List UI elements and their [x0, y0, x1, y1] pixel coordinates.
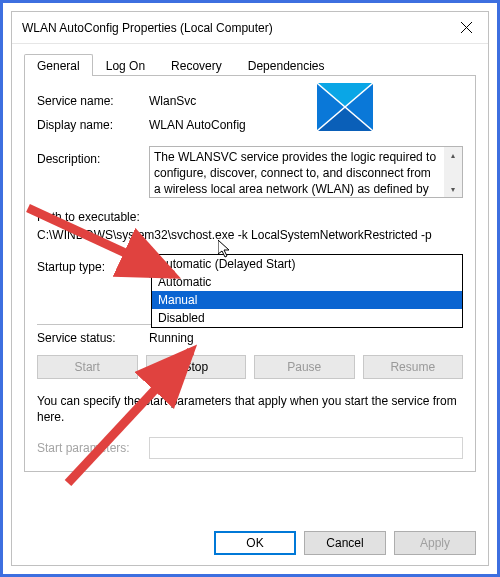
tab-recovery[interactable]: Recovery	[158, 54, 235, 76]
label-path: Path to executable:	[37, 210, 463, 224]
option-disabled[interactable]: Disabled	[152, 309, 462, 327]
brand-logo	[317, 83, 373, 131]
window-title: WLAN AutoConfig Properties (Local Comput…	[12, 21, 444, 35]
description-box: The WLANSVC service provides the logic r…	[149, 146, 463, 198]
tab-dependencies[interactable]: Dependencies	[235, 54, 338, 76]
app-frame: WLAN AutoConfig Properties (Local Comput…	[0, 0, 500, 577]
dialog-button-bar: OK Cancel Apply	[12, 521, 488, 565]
start-button: Start	[37, 355, 138, 379]
value-service-name: WlanSvc	[149, 94, 463, 108]
close-button[interactable]	[444, 12, 488, 44]
windows-club-icon	[317, 83, 373, 131]
value-display-name: WLAN AutoConfig	[149, 118, 463, 132]
close-icon	[461, 22, 472, 33]
tab-body-general: Service name: WlanSvc Display name: WLAN…	[24, 76, 476, 472]
tab-logon[interactable]: Log On	[93, 54, 158, 76]
label-description: Description:	[37, 146, 149, 166]
label-start-params: Start parameters:	[37, 441, 149, 455]
tab-strip: General Log On Recovery Dependencies	[24, 52, 476, 76]
startup-dropdown-list[interactable]: Automatic (Delayed Start) Automatic Manu…	[151, 254, 463, 328]
cancel-button[interactable]: Cancel	[304, 531, 386, 555]
note-text: You can specify the start parameters tha…	[37, 393, 463, 425]
scroll-up-icon[interactable]: ▴	[444, 147, 462, 163]
label-service-status: Service status:	[37, 331, 149, 345]
option-automatic[interactable]: Automatic	[152, 273, 462, 291]
service-control-row: Start Stop Pause Resume	[37, 355, 463, 379]
apply-button: Apply	[394, 531, 476, 555]
description-text: The WLANSVC service provides the logic r…	[150, 147, 444, 197]
scroll-down-icon[interactable]: ▾	[444, 181, 462, 197]
resume-button: Resume	[363, 355, 464, 379]
label-service-name: Service name:	[37, 94, 149, 108]
label-display-name: Display name:	[37, 118, 149, 132]
option-delayed-start[interactable]: Automatic (Delayed Start)	[152, 255, 462, 273]
label-startup-type: Startup type:	[37, 260, 149, 274]
titlebar: WLAN AutoConfig Properties (Local Comput…	[12, 12, 488, 44]
tab-general[interactable]: General	[24, 54, 93, 76]
content-area: General Log On Recovery Dependencies	[12, 44, 488, 521]
value-service-status: Running	[149, 331, 463, 345]
start-params-input	[149, 437, 463, 459]
description-scrollbar[interactable]: ▴ ▾	[444, 147, 462, 197]
option-manual[interactable]: Manual	[152, 291, 462, 309]
stop-button[interactable]: Stop	[146, 355, 247, 379]
ok-button[interactable]: OK	[214, 531, 296, 555]
pause-button: Pause	[254, 355, 355, 379]
dialog-window: WLAN AutoConfig Properties (Local Comput…	[11, 11, 489, 566]
value-path: C:\WINDOWS\system32\svchost.exe -k Local…	[37, 228, 463, 242]
